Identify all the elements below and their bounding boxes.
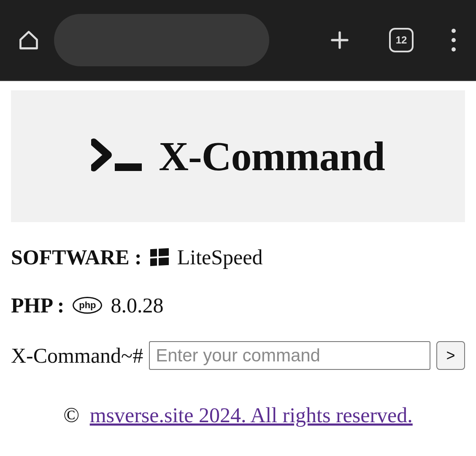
- kebab-dot-icon: [452, 47, 456, 52]
- windows-icon: [150, 248, 169, 266]
- software-label: SOFTWARE :: [11, 245, 142, 269]
- command-prompt: X-Command~#: [11, 343, 143, 368]
- terminal-icon: [91, 138, 146, 174]
- command-row: X-Command~# >: [11, 341, 465, 370]
- software-value: LiteSpeed: [177, 245, 263, 269]
- page-content: X-Command SOFTWARE : LiteSpeed PHP : php…: [0, 81, 476, 427]
- home-icon: [18, 29, 40, 51]
- plus-icon: [328, 29, 351, 52]
- browser-toolbar: 12: [0, 0, 476, 81]
- php-value: 8.0.28: [111, 293, 163, 318]
- hero-banner: X-Command: [11, 90, 465, 222]
- tab-count-value: 12: [396, 34, 407, 46]
- footer: © msverse.site 2024. All rights reserved…: [11, 403, 465, 427]
- info-block: SOFTWARE : LiteSpeed PHP : php 8.0.28 X-…: [11, 222, 465, 370]
- kebab-dot-icon: [452, 38, 456, 42]
- menu-button[interactable]: [452, 29, 456, 52]
- toolbar-right: 12: [328, 28, 456, 52]
- php-row: PHP : php 8.0.28: [11, 293, 465, 318]
- svg-rect-2: [115, 163, 142, 171]
- page-title: X-Command: [159, 133, 384, 180]
- software-row: SOFTWARE : LiteSpeed: [11, 245, 465, 269]
- command-input[interactable]: [149, 341, 430, 370]
- submit-button[interactable]: >: [436, 341, 465, 370]
- address-bar[interactable]: [54, 14, 269, 66]
- php-icon: php: [73, 297, 102, 314]
- tab-count-badge[interactable]: 12: [389, 28, 414, 52]
- new-tab-button[interactable]: [328, 29, 351, 52]
- footer-link[interactable]: msverse.site 2024. All rights reserved.: [90, 403, 413, 427]
- php-label: PHP :: [11, 293, 64, 318]
- kebab-dot-icon: [452, 29, 456, 33]
- home-button[interactable]: [17, 28, 41, 52]
- copyright-symbol: ©: [63, 403, 79, 427]
